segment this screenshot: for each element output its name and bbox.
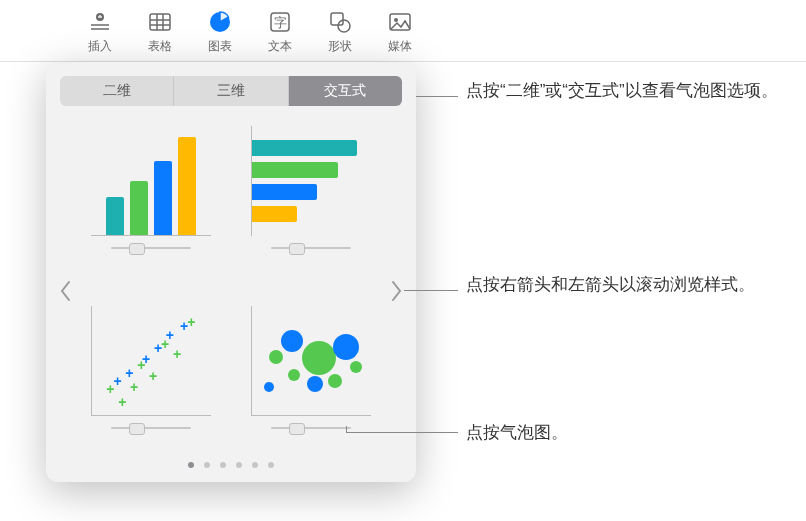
callout-bubble: 点按气泡图。: [466, 420, 568, 446]
bar-icon: [178, 137, 196, 235]
chart-gallery: + + + + + + + + + + + + + +: [60, 126, 402, 456]
chevron-right-icon[interactable]: [384, 271, 408, 311]
bar-icon: [252, 184, 317, 200]
bubble-icon: [307, 376, 323, 392]
page-dot[interactable]: [236, 462, 242, 468]
svg-rect-5: [150, 14, 170, 30]
callout-connector: [404, 290, 458, 291]
toolbar-chart-label: 图表: [208, 38, 232, 55]
chart-icon: [205, 8, 235, 36]
toolbar-shape-button[interactable]: 形状: [310, 8, 370, 61]
svg-text:字: 字: [274, 15, 287, 30]
bar-icon: [130, 181, 148, 236]
toolbar-media-button[interactable]: 媒体: [370, 8, 430, 61]
bubble-icon: [288, 369, 300, 381]
insert-icon: [85, 8, 115, 36]
toolbar-table-label: 表格: [148, 38, 172, 55]
page-dot[interactable]: [268, 462, 274, 468]
toolbar: 插入 表格 图表 字 文本 形状 媒体: [0, 0, 806, 62]
bar-icon: [154, 161, 172, 235]
toolbar-shape-label: 形状: [328, 38, 352, 55]
toolbar-insert-button[interactable]: 插入: [70, 8, 130, 61]
bar-icon: [252, 206, 297, 222]
tab-interactive[interactable]: 交互式: [289, 76, 402, 106]
slider-icon: [111, 242, 191, 254]
bubble-icon: [269, 350, 283, 364]
bubble-icon: [333, 334, 359, 360]
tab-3d[interactable]: 三维: [174, 76, 288, 106]
bubble-icon: [302, 341, 336, 375]
page-dot[interactable]: [252, 462, 258, 468]
page-dot[interactable]: [204, 462, 210, 468]
toolbar-table-button[interactable]: 表格: [130, 8, 190, 61]
bar-icon: [252, 140, 357, 156]
svg-point-16: [394, 18, 398, 22]
page-dots: [60, 462, 402, 468]
chart-popover: 二维 三维 交互式: [46, 62, 416, 482]
bubble-icon: [281, 330, 303, 352]
callout-arrows: 点按右箭头和左箭头以滚动浏览样式。: [466, 272, 755, 298]
toolbar-text-label: 文本: [268, 38, 292, 55]
bubble-chart-thumb[interactable]: [246, 306, 376, 456]
media-icon: [385, 8, 415, 36]
callout-connector: [416, 96, 458, 97]
slider-icon: [271, 422, 351, 434]
text-icon: 字: [265, 8, 295, 36]
bar-chart-thumb[interactable]: [246, 126, 376, 276]
callout-connector: [346, 432, 458, 433]
tab-2d[interactable]: 二维: [60, 76, 174, 106]
page-dot[interactable]: [220, 462, 226, 468]
svg-point-14: [338, 20, 350, 32]
bubble-icon: [350, 361, 362, 373]
bar-icon: [106, 197, 124, 235]
toolbar-media-label: 媒体: [388, 38, 412, 55]
column-chart-thumb[interactable]: [86, 126, 216, 276]
toolbar-chart-button[interactable]: 图表: [190, 8, 250, 61]
page-dot[interactable]: [188, 462, 194, 468]
bar-icon: [252, 162, 338, 178]
bubble-icon: [264, 382, 274, 392]
toolbar-insert-label: 插入: [88, 38, 112, 55]
callout-tabs: 点按“二维”或“交互式”以查看气泡图选项。: [466, 78, 778, 104]
slider-icon: [111, 422, 191, 434]
toolbar-text-button[interactable]: 字 文本: [250, 8, 310, 61]
shape-icon: [325, 8, 355, 36]
chart-type-segcontrol: 二维 三维 交互式: [60, 76, 402, 106]
bubble-icon: [328, 374, 342, 388]
chevron-left-icon[interactable]: [54, 271, 78, 311]
table-icon: [145, 8, 175, 36]
slider-icon: [271, 242, 351, 254]
scatter-chart-thumb[interactable]: + + + + + + + + + + + + + +: [86, 306, 216, 456]
svg-rect-13: [331, 13, 343, 25]
